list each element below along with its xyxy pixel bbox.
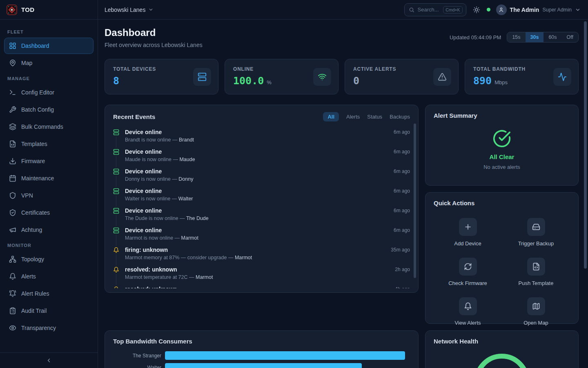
sidebar-item-label: Firmware (21, 158, 45, 164)
refresh-option-30s[interactable]: 30s (526, 32, 544, 42)
bell-icon (459, 297, 477, 315)
check-firmware-button[interactable]: Check Firmware (434, 258, 502, 286)
sidebar-item-maintenance[interactable]: Maintenance (4, 170, 94, 186)
brand: TOD (0, 0, 98, 19)
refresh-interval-control: 15s30s60sOff (507, 32, 579, 43)
events-filter-alerts[interactable]: Alerts (346, 114, 360, 120)
page-title: Dashboard (105, 27, 203, 38)
stat-value: 8 (113, 75, 119, 87)
main-content: Dashboard Fleet overview across Lebowski… (98, 20, 588, 368)
refresh-icon (459, 258, 477, 276)
event-subtitle: Brandt is now online — Brandt (125, 137, 388, 143)
chevron-down-icon (148, 7, 154, 12)
sidebar-section-label-manage: MANAGE (4, 72, 94, 84)
sidebar-item-vpn[interactable]: VPN (4, 187, 94, 204)
event-subtitle: Marmot is now online — Marmot (125, 235, 388, 241)
trigger-backup-button[interactable]: Trigger Backup (502, 218, 570, 247)
event-time: 35m ago (391, 247, 410, 253)
sidebar-item-bulk-commands[interactable]: Bulk Commands (4, 119, 94, 135)
sidebar-item-batch-config[interactable]: Batch Config (4, 101, 94, 118)
map-icon (527, 297, 545, 315)
sidebar-item-label: Config Editor (21, 89, 54, 96)
add-device-button[interactable]: Add Device (434, 218, 502, 247)
bandwidth-device-label: The Stranger (113, 353, 161, 359)
events-filter-status[interactable]: Status (367, 114, 382, 120)
quick-action-label: Push Template (519, 280, 554, 286)
megaphone-icon (9, 226, 16, 233)
quick-action-label: View Alerts (454, 320, 481, 326)
theme-toggle-button[interactable] (472, 5, 481, 14)
refresh-option-60s[interactable]: 60s (543, 32, 561, 42)
bandwidth-bar (165, 363, 362, 368)
view-alerts-button[interactable]: View Alerts (434, 297, 502, 326)
sidebar-item-label: Certificates (21, 209, 50, 216)
event-time: 4h ago (395, 286, 410, 288)
sidebar-item-dashboard[interactable]: Dashboard (4, 38, 94, 54)
sidebar-item-label: Maintenance (21, 175, 54, 182)
event-subtitle: Maude is now online — Maude (125, 157, 388, 162)
sidebar-item-audit-trail[interactable]: Audit Trail (4, 303, 94, 319)
sidebar-item-label: Topology (21, 256, 44, 263)
server-icon (113, 148, 119, 156)
event-subtitle: Donny is now online — Donny (125, 176, 388, 182)
search-shortcut-badge: Cmd+K (443, 6, 462, 13)
events-filter-backups[interactable]: Backups (390, 114, 410, 120)
event-row: Device onlineBrandt is now online — Bran… (113, 128, 410, 148)
stat-card-online: ONLINE 100.0 % (225, 59, 339, 94)
bandwidth-panel: Top Bandwidth Consumers The StrangerWalt… (105, 330, 419, 368)
event-subtitle: Marmot memory at 87% — consider upgrade … (125, 255, 385, 260)
sidebar-item-config-editor[interactable]: Config Editor (4, 84, 94, 101)
events-filter-all[interactable]: All (323, 112, 339, 121)
search-input[interactable]: Search... Cmd+K (404, 3, 466, 16)
bell-ring-icon (9, 290, 16, 297)
event-row: Device onlineMarmot is now online — Marm… (113, 226, 410, 246)
sidebar-item-label: Transparency (21, 325, 56, 331)
event-time: 6m ago (394, 208, 410, 213)
page-scrollbar[interactable] (584, 21, 587, 269)
user-icon (498, 7, 504, 13)
server-icon (113, 206, 119, 215)
event-title: Device online (125, 148, 388, 155)
quick-actions-panel: Quick Actions Add DeviceTrigger BackupCh… (425, 192, 579, 324)
quick-action-label: Add Device (454, 240, 481, 247)
sidebar-item-topology[interactable]: Topology (4, 251, 94, 267)
sidebar-collapse-button[interactable] (0, 352, 98, 368)
sidebar-item-map[interactable]: Map (4, 55, 94, 71)
push-template-button[interactable]: Push Template (502, 258, 570, 286)
quick-action-label: Trigger Backup (518, 240, 554, 247)
sidebar-item-firmware[interactable]: Firmware (4, 153, 94, 169)
map-pin-icon (9, 59, 16, 67)
shield-icon (9, 192, 16, 199)
sidebar-item-label: Dashboard (21, 43, 49, 49)
events-scrollbar[interactable] (414, 123, 416, 278)
event-subtitle: Walter is now online — Walter (125, 196, 388, 202)
event-title: Device online (125, 129, 388, 135)
user-menu[interactable]: The Admin Super Admin (496, 4, 581, 15)
quick-actions-title: Quick Actions (434, 200, 474, 206)
bandwidth-title: Top Bandwidth Consumers (113, 338, 192, 345)
sidebar-item-achtung[interactable]: Achtung (4, 222, 94, 238)
sidebar-item-templates[interactable]: Templates (4, 136, 94, 152)
sidebar-item-alert-rules[interactable]: Alert Rules (4, 285, 94, 302)
bandwidth-row: Walter (113, 363, 410, 368)
sidebar-item-transparency[interactable]: Transparency (4, 320, 94, 336)
alert-summary-panel: Alert Summary All Clear No active alerts (425, 105, 579, 186)
sidebar-item-alerts[interactable]: Alerts (4, 268, 94, 285)
alert-detail-text: No active alerts (483, 164, 520, 170)
sidebar-item-label: Batch Config (21, 106, 54, 113)
network-icon (9, 256, 16, 263)
file-code-icon (9, 140, 16, 148)
sidebar-item-certificates[interactable]: Certificates (4, 204, 94, 221)
refresh-option-off[interactable]: Off (562, 32, 578, 42)
brand-name: TOD (21, 6, 34, 13)
bell-icon (113, 246, 119, 254)
bandwidth-device-label: Walter (113, 365, 161, 368)
refresh-option-15s[interactable]: 15s (507, 32, 525, 42)
event-row: resolved: unknownMarmot temperature at 7… (113, 265, 410, 285)
search-placeholder: Search... (418, 7, 440, 13)
open-map-button[interactable]: Open Map (502, 297, 570, 326)
stat-unit: % (267, 79, 272, 85)
org-switcher[interactable]: Lebowski Lanes (105, 7, 154, 13)
bandwidth-row: The Stranger (113, 351, 410, 360)
chevron-left-icon (46, 357, 52, 364)
